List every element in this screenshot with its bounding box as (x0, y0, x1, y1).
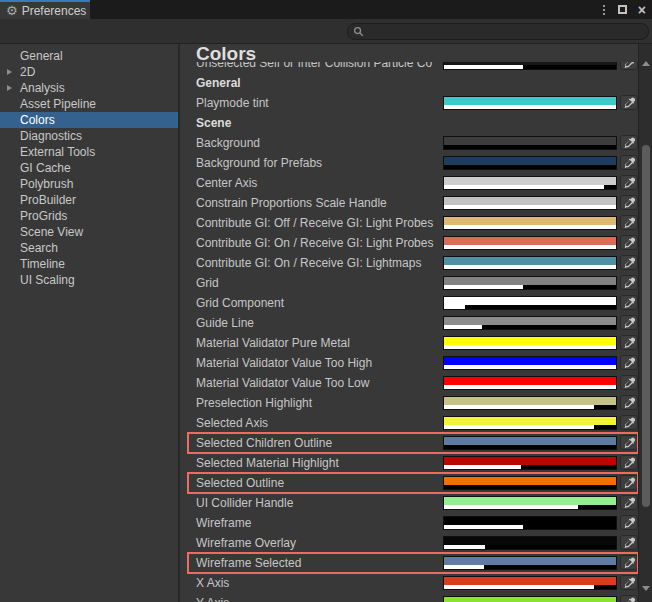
eyedropper-button[interactable] (620, 275, 638, 290)
color-settings-list: Unselected Self or Inter Collision Parti… (182, 53, 638, 602)
eyedropper-button[interactable] (620, 595, 638, 602)
swatch-alpha-bar (444, 185, 616, 189)
sidebar-item-timeline[interactable]: Timeline (0, 256, 178, 272)
color-swatch[interactable] (443, 376, 617, 390)
eyedropper-button[interactable] (620, 575, 638, 590)
eyedropper-icon (624, 337, 635, 348)
eyedropper-button[interactable] (620, 435, 638, 450)
color-swatch[interactable] (443, 516, 617, 530)
eyedropper-button[interactable] (620, 195, 638, 210)
swatch-color (444, 317, 616, 325)
color-swatch[interactable] (443, 476, 617, 490)
sidebar-item-ui-scaling[interactable]: UI Scaling (0, 272, 178, 288)
eyedropper-button[interactable] (620, 355, 638, 370)
color-swatch[interactable] (443, 176, 617, 190)
eyedropper-button[interactable] (620, 475, 638, 490)
eyedropper-button[interactable] (620, 535, 638, 550)
color-swatch[interactable] (443, 256, 617, 270)
color-setting-label: Background (196, 133, 443, 153)
sidebar-item-colors[interactable]: Colors (0, 112, 178, 128)
color-swatch[interactable] (443, 456, 617, 470)
color-swatch[interactable] (443, 556, 617, 570)
eyedropper-button[interactable] (620, 215, 638, 230)
color-swatch[interactable] (443, 136, 617, 150)
color-swatch[interactable] (443, 336, 617, 350)
sidebar-item-asset-pipeline[interactable]: Asset Pipeline (0, 96, 178, 112)
eyedropper-button[interactable] (620, 335, 638, 350)
eyedropper-icon (624, 437, 635, 448)
sidebar-item-diagnostics[interactable]: Diagnostics (0, 128, 178, 144)
color-swatch[interactable] (443, 276, 617, 290)
scrollbar-thumb[interactable] (642, 145, 650, 507)
eyedropper-button[interactable] (620, 95, 638, 110)
tab-preferences[interactable]: ⚙ Preferences (0, 0, 90, 19)
kebab-menu-icon[interactable] (601, 3, 607, 17)
eyedropper-button[interactable] (620, 175, 638, 190)
color-setting-label: Constrain Proportions Scale Handle (196, 193, 443, 213)
color-swatch[interactable] (443, 356, 617, 370)
eyedropper-button[interactable] (620, 135, 638, 150)
color-swatch[interactable] (443, 296, 617, 310)
swatch-color (444, 237, 616, 245)
sidebar-item-probuilder[interactable]: ProBuilder (0, 192, 178, 208)
close-icon[interactable]: × (638, 3, 646, 17)
color-swatch[interactable] (443, 216, 617, 230)
sidebar-item-search[interactable]: Search (0, 240, 178, 256)
vertical-scrollbar[interactable] (638, 44, 652, 602)
chevron-right-icon[interactable] (7, 85, 12, 91)
color-setting-row: UI Collider Handle (182, 493, 638, 513)
color-swatch[interactable] (443, 96, 617, 110)
color-setting-label: Contribute GI: On / Receive GI: Lightmap… (196, 253, 443, 273)
eyedropper-button[interactable] (620, 515, 638, 530)
color-setting-row: Playmode tint (182, 93, 638, 113)
eyedropper-button[interactable] (620, 555, 638, 570)
eyedropper-button[interactable] (620, 255, 638, 270)
eyedropper-button[interactable] (620, 455, 638, 470)
color-swatch[interactable] (443, 536, 617, 550)
sidebar: General 2D Analysis Asset Pipeline Color… (0, 44, 180, 602)
sidebar-item-external-tools[interactable]: External Tools (0, 144, 178, 160)
eyedropper-button[interactable] (620, 155, 638, 170)
color-setting-row: Selected Material Highlight (182, 453, 638, 473)
swatch-color (444, 597, 616, 602)
eyedropper-button[interactable] (620, 235, 638, 250)
search-field[interactable] (347, 23, 649, 40)
swatch-alpha-bar (444, 105, 616, 109)
color-swatch[interactable] (443, 396, 617, 410)
eyedropper-button[interactable] (620, 295, 638, 310)
swatch-color (444, 157, 616, 165)
maximize-icon[interactable] (618, 5, 627, 14)
sidebar-item-polybrush[interactable]: Polybrush (0, 176, 178, 192)
scroll-up-icon[interactable] (642, 61, 650, 66)
search-input[interactable] (367, 25, 643, 38)
eyedropper-button[interactable] (620, 375, 638, 390)
sidebar-item-scene-view[interactable]: Scene View (0, 224, 178, 240)
eyedropper-button[interactable] (620, 395, 638, 410)
color-swatch[interactable] (443, 596, 617, 602)
color-swatch[interactable] (443, 236, 617, 250)
eyedropper-button[interactable] (620, 415, 638, 430)
sidebar-item-analysis[interactable]: Analysis (0, 80, 178, 96)
sidebar-item-progrids[interactable]: ProGrids (0, 208, 178, 224)
eyedropper-button[interactable] (620, 315, 638, 330)
swatch-alpha-bar (444, 285, 616, 289)
eyedropper-button[interactable] (620, 495, 638, 510)
color-swatch[interactable] (443, 316, 617, 330)
sidebar-item-general[interactable]: General (0, 48, 178, 64)
chevron-right-icon[interactable] (7, 69, 12, 75)
color-swatch[interactable] (443, 576, 617, 590)
color-swatch[interactable] (443, 496, 617, 510)
color-swatch[interactable] (443, 196, 617, 210)
color-setting-label: Wireframe (196, 513, 443, 533)
scroll-down-icon[interactable] (642, 586, 650, 591)
swatch-alpha-bar (444, 225, 616, 229)
sidebar-item-2d[interactable]: 2D (0, 64, 178, 80)
swatch-alpha-bar (444, 505, 616, 509)
swatch-alpha-bar (444, 545, 616, 549)
color-swatch[interactable] (443, 436, 617, 450)
color-swatch[interactable] (443, 156, 617, 170)
color-swatch[interactable] (443, 416, 617, 430)
sidebar-item-gi-cache[interactable]: GI Cache (0, 160, 178, 176)
color-setting-row: Contribute GI: Off / Receive GI: Light P… (182, 213, 638, 233)
eyedropper-icon (624, 577, 635, 588)
